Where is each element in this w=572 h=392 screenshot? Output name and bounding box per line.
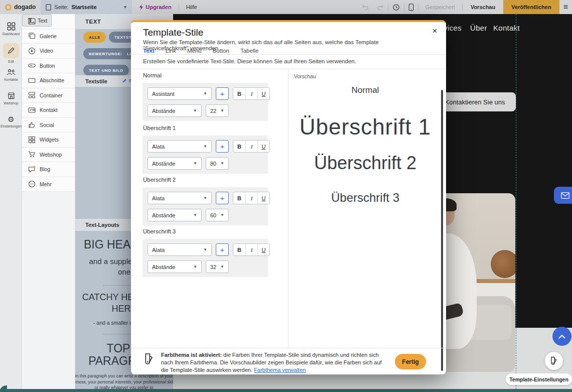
- rail-item-webshop[interactable]: Webshop: [0, 92, 22, 105]
- manage-color-theme-link[interactable]: Farbthema verwalten: [254, 367, 306, 373]
- mail-fab-button[interactable]: [554, 187, 572, 204]
- add-font-button[interactable]: +: [216, 140, 229, 153]
- bold-button[interactable]: B: [233, 88, 245, 99]
- tab-button[interactable]: Button: [213, 48, 229, 54]
- spacing-select[interactable]: Abstände▼: [148, 157, 202, 170]
- upgrade-button[interactable]: Upgraden: [132, 0, 178, 14]
- blog-bubble-icon: [28, 166, 36, 173]
- rail-item-edit[interactable]: Edit: [0, 43, 22, 63]
- format-buttons: B I U: [233, 140, 270, 153]
- italic-button[interactable]: I: [245, 192, 257, 204]
- underline-button[interactable]: U: [257, 88, 269, 99]
- size-select[interactable]: 22▼: [206, 104, 229, 117]
- sidebar-item-webshop[interactable]: Webshop: [22, 148, 75, 163]
- tab-text[interactable]: Text: [143, 48, 155, 54]
- cart-icon: [28, 151, 36, 158]
- mobile-preview-icon[interactable]: [404, 0, 418, 14]
- top-bar: dogado Seite: Startseite ▼ Upgraden Hilf…: [0, 0, 572, 14]
- history-clock-icon[interactable]: [388, 0, 404, 14]
- font-select[interactable]: Alata▼: [148, 140, 212, 153]
- rail-item-dashboard[interactable]: Dashboard: [0, 22, 22, 36]
- spacing-select[interactable]: Abstände▼: [148, 209, 202, 221]
- filter-alle[interactable]: ALLE: [83, 32, 106, 43]
- sidebar-item-text[interactable]: T Text: [22, 14, 52, 27]
- preview-button[interactable]: Vorschau: [463, 4, 503, 10]
- underline-button[interactable]: U: [257, 192, 269, 204]
- italic-button[interactable]: I: [245, 244, 257, 255]
- add-font-button[interactable]: +: [216, 87, 229, 100]
- font-select[interactable]: Alata▼: [148, 192, 212, 204]
- done-button[interactable]: Fertig: [395, 354, 426, 369]
- sidebar-item-button[interactable]: Button: [22, 59, 75, 74]
- underline-button[interactable]: U: [257, 244, 269, 255]
- rail-item-kontakte[interactable]: Kontakte: [0, 68, 22, 81]
- undo-icon[interactable]: [358, 0, 373, 14]
- filter-text-und-bild[interactable]: TEXT UND BILD: [83, 65, 129, 76]
- bold-button[interactable]: B: [233, 192, 245, 204]
- sidebar-item-kontakt[interactable]: Kontakt: [22, 103, 75, 118]
- site-nav-ueber[interactable]: Über: [470, 24, 487, 32]
- chevron-down-icon: ▼: [220, 265, 224, 269]
- size-select[interactable]: 32▼: [206, 260, 229, 273]
- spacing-select[interactable]: Abstände▼: [148, 104, 202, 117]
- tab-tabelle[interactable]: Tabelle: [240, 48, 258, 54]
- font-select[interactable]: Alata▼: [148, 243, 212, 256]
- preview-scrollbar[interactable]: [441, 90, 443, 371]
- style-name-normal: Normal: [143, 72, 162, 78]
- page-icon: [46, 4, 51, 11]
- contact-us-button[interactable]: Kontaktieren Sie uns: [434, 92, 516, 111]
- font-select[interactable]: Assistant▼: [148, 87, 212, 100]
- saved-status: Gespeichert: [418, 4, 462, 10]
- chevron-down-icon: ▼: [203, 247, 207, 252]
- italic-button[interactable]: I: [245, 88, 257, 99]
- sidebar-item-blog[interactable]: Blog: [22, 162, 75, 177]
- color-theme-fab-button[interactable]: [545, 352, 563, 370]
- page-selector[interactable]: Seite: Startseite ▼: [41, 0, 132, 14]
- close-icon[interactable]: ×: [433, 27, 437, 35]
- style-editor-h3: Alata▼ + B I U Abstände▼ 32▼: [142, 239, 268, 277]
- style-name-h2: Überschrift 2: [143, 177, 176, 183]
- redo-icon[interactable]: [373, 0, 388, 14]
- add-font-button[interactable]: +: [216, 192, 229, 204]
- sidebar-item-abschnitte[interactable]: Abschnitte: [22, 73, 75, 88]
- scroll-top-button[interactable]: [552, 327, 571, 346]
- publish-button[interactable]: Veröffentlichen: [503, 0, 559, 14]
- sidebar-item-widgets[interactable]: Widgets: [22, 133, 75, 148]
- layout-topic-paragraph[interactable]: In this paragraph you can write a descri…: [75, 373, 173, 391]
- textstyles-header: Textstile: [85, 78, 107, 84]
- template-styles-modal: × Template-Stile Wenn Sie die Template-S…: [131, 20, 446, 374]
- chevron-down-icon: ▼: [193, 213, 197, 217]
- size-select[interactable]: 80▼: [206, 157, 229, 170]
- help-button[interactable]: Hilfe: [179, 0, 204, 14]
- contact-card-icon: [28, 106, 36, 114]
- sidebar-item-mehr[interactable]: Mehr: [22, 177, 75, 192]
- panel-title: TEXT: [85, 19, 101, 25]
- add-font-button[interactable]: +: [216, 243, 229, 256]
- sidebar-item-social[interactable]: Social: [22, 118, 75, 133]
- size-select[interactable]: 60▼: [206, 209, 229, 221]
- sidebar-item-galerie[interactable]: Galerie: [22, 29, 75, 44]
- bold-button[interactable]: B: [233, 141, 245, 152]
- color-theme-icon: [143, 353, 155, 365]
- template-settings-button[interactable]: Template-Einstellungen: [506, 373, 572, 385]
- thumb-up-icon: [28, 121, 36, 128]
- italic-button[interactable]: I: [245, 141, 257, 152]
- rail-item-einstellungen[interactable]: ⚙ Einstellungen: [0, 115, 22, 128]
- bold-button[interactable]: B: [233, 244, 245, 255]
- style-name-h1: Überschrift 1: [143, 125, 176, 131]
- app-logo[interactable]: dogado: [0, 4, 41, 11]
- tab-menu[interactable]: Menü: [187, 48, 202, 54]
- modal-description: Erstellen Sie vordefinierte Text-Stile. …: [143, 58, 356, 64]
- chevron-down-icon: ▼: [203, 196, 207, 200]
- sidebar-item-container[interactable]: Container: [22, 88, 75, 103]
- hamburger-menu-icon[interactable]: ≡: [559, 3, 572, 12]
- button-icon: [28, 62, 36, 69]
- widgets-icon: [28, 136, 36, 144]
- underline-button[interactable]: U: [257, 141, 269, 152]
- spacing-select[interactable]: Abstände▼: [148, 260, 202, 273]
- style-editor-h2: Alata▼ + B I U Abstände▼ 60▼: [142, 187, 268, 225]
- format-buttons: B I U: [233, 243, 270, 256]
- tab-link[interactable]: Link: [166, 48, 176, 54]
- modal-title: Template-Stile: [143, 27, 203, 38]
- sidebar-item-video[interactable]: Video: [22, 44, 75, 59]
